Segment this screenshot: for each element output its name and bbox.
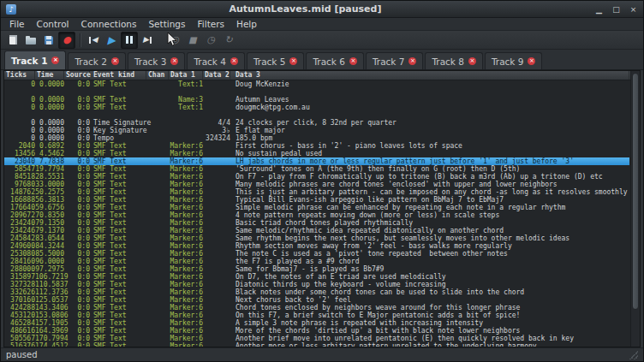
tab-track-6[interactable]: Track 6 × [306,52,364,69]
maximize-button[interactable]: □ [611,4,621,15]
column-header[interactable]: Data 3 [230,71,629,80]
tab-close-icon[interactable]: × [408,57,416,65]
tab-close-icon[interactable]: × [349,57,357,65]
event-row[interactable]: 245842 83.0544 0:0 SMF Text Marker:6 Sam… [4,234,629,242]
column-header[interactable]: Source [64,71,90,80]
menu-file[interactable]: File [3,18,31,31]
minimize-button[interactable]: ▁ [594,4,604,15]
new-file-button[interactable] [4,32,21,49]
loop-button[interactable]: ↻ [220,32,237,49]
event-row[interactable]: 176640 59.6756 0:0 SMF Text Marker:6 Sim… [4,204,629,211]
tab-close-icon[interactable]: × [528,57,535,65]
event-row[interactable]: 424288 143.3406 0:0 SMF Text Marker:6 Ch… [4,304,629,312]
menu-connections[interactable]: Connections [75,18,143,31]
event-row[interactable]: 23040 7.7838 0:0 SMF Text Marker:6 LH ja… [4,157,629,165]
skip-forward-button[interactable]: ▶ [139,32,156,49]
cell-event-kind: SMF Text [90,250,146,258]
tab-track-7[interactable]: Track 7 × [366,52,424,69]
scrollbar-thumb[interactable] [632,73,639,310]
menu-settings[interactable]: Settings [142,18,191,31]
close-button[interactable]: × [629,4,638,15]
column-header[interactable]: Time [35,71,64,80]
tab-track-3[interactable]: Track 3 × [128,52,186,69]
event-row[interactable]: 13456 4.5462 0:0 SMF Text Marker:6 No su… [4,150,629,157]
event-row[interactable]: 486616 164.3969 0:0 SMF Text Marker:6 Mo… [4,327,629,335]
event-row[interactable]: 0 0.0000 0:0 Time Signature 4/4 24 clock… [4,119,629,127]
vertical-scrollbar[interactable] [630,71,640,347]
event-row[interactable]: 0 0.0000 0:0 Key Signature 3♭ E flat maj… [4,127,629,134]
event-row[interactable]: 58547 19.7794 0:0 SMF Text Marker:6 'Sur… [4,165,629,173]
tab-track-1[interactable]: Track 1 × [4,50,66,69]
event-row[interactable]: 505567 170.7994 0:0 SMF Text Marker:6 An… [4,335,629,342]
record-arm-button[interactable]: ● [58,32,75,49]
event-row[interactable]: 166888 56.3813 0:0 SMF Text Marker:6 Typ… [4,196,629,204]
event-row[interactable]: 453120 153.0806 0:0 SMF Text Marker:6 On… [4,312,629,319]
skip-backward-button[interactable]: ◀ [85,32,102,49]
tab-close-icon[interactable]: × [468,57,476,65]
column-header[interactable]: Event kind [90,71,146,80]
play-button[interactable]: ▶ [103,32,120,49]
tab-close-icon[interactable]: × [230,57,238,65]
event-row[interactable]: 288000 97.2975 0:0 SMF Text Marker:6 Sam… [4,265,629,273]
event-row[interactable] [4,88,629,96]
cell-data1: Marker:6 [169,196,203,204]
menu-filters[interactable]: Filters [192,18,230,31]
tab-close-icon[interactable]: × [170,57,178,65]
pause-button[interactable] [121,32,138,49]
cell-source: 0:0 [64,165,90,173]
column-header[interactable]: Ticks [4,71,35,80]
event-row[interactable]: 284160 96.0000 0:0 SMF Text Marker:6 the… [4,258,629,265]
tab-label: Track 1 [11,56,47,66]
resize-grip[interactable] [629,351,638,359]
event-row[interactable]: 0 0.0000 0:0 SMF Text Text:1 Doug McKenz… [4,80,629,88]
event-row[interactable]: 84518 28.5531 0:0 SMF Text Marker:6 On F… [4,173,629,181]
cell-data1: Marker:6 [169,296,203,304]
event-row[interactable]: 148762 50.2575 0:0 SMF Text Marker:6 Thi… [4,188,629,196]
toolbar-icon [126,36,133,44]
cell-data1: Marker:6 [169,312,203,319]
menu-control[interactable]: Control [31,18,75,31]
event-row[interactable]: 209672 70.8350 0:0 SMF Text Marker:6 4 n… [4,211,629,219]
event-row[interactable]: 253080 85.5000 0:0 SMF Text Marker:6 The… [4,250,629,258]
open-file-button[interactable] [22,32,39,49]
column-header[interactable]: Chan [146,71,169,80]
column-header[interactable]: Data 2 [203,71,230,80]
cell-data2: 324324 [203,134,230,142]
menu-help[interactable]: Help [230,18,263,31]
event-row[interactable]: 465284 157.1905 0:0 SMF Text Marker:6 A … [4,319,629,327]
event-row[interactable] [4,111,629,119]
stop-button[interactable]: ■ [184,32,201,49]
menu-bar: File Control Connections Settings Filter… [1,18,643,31]
cell-data1: Marker:6 [169,335,203,342]
cell-source: 0:0 [64,312,90,319]
event-row[interactable]: 97680 33.0000 0:0 SMF Text Marker:6 Many… [4,181,629,188]
tab-track-2[interactable]: Track 2 × [68,52,126,69]
tab-close-icon[interactable]: × [289,57,297,65]
title-bar: ♪ AutumnLeaves.mid [paused] ▁ □ × [1,1,643,18]
event-row[interactable]: 2040 0.6892 0:0 SMF Text Marker:6 First … [4,142,629,150]
event-row[interactable]: 0 0.0000 0:0 SMF Text Text:1 dougmck@tpg… [4,104,629,111]
event-row[interactable]: 332626 112.3736 0:0 SMF Text Marker:6 Bl… [4,288,629,296]
event-row[interactable]: 370160 125.0537 0:0 SMF Text Marker:6 Ne… [4,296,629,304]
cell-source: 0:0 [64,181,90,188]
tab-track-8[interactable]: Track 8 × [425,52,483,69]
tab-close-icon[interactable]: × [51,56,59,64]
event-row[interactable]: 249600 84.3244 0:0 SMF Text Marker:6 Rhy… [4,242,629,250]
save-file-button[interactable] [40,32,57,49]
record-button[interactable]: ◎ [166,32,183,49]
event-row[interactable]: 0 0.0000 0:0 Tempo 324324 185.0 bpm [4,134,629,142]
tab-track-9[interactable]: Track 9 × [485,52,543,69]
event-row[interactable]: 234240 79.1350 0:0 SMF Text Marker:6 Bas… [4,219,629,227]
tab-track-4[interactable]: Track 4 × [187,52,245,69]
column-header[interactable]: Data 1 [169,71,203,80]
event-row[interactable]: 315897 106.7219 0:0 SMF Text Marker:6 On… [4,273,629,281]
cell-time: 28.5531 [35,173,64,181]
event-row[interactable]: 327328 110.5837 0:0 SMF Text Marker:6 Di… [4,281,629,288]
tab-close-icon[interactable]: × [111,57,119,65]
event-row[interactable]: 0 0.0000 0:0 SMF Text Name:3 Autumn Leav… [4,96,629,104]
event-row[interactable]: 234246 79.1370 0:0 SMF Text Marker:6 Sam… [4,227,629,234]
tab-track-5[interactable]: Track 5 × [247,52,305,69]
cell-source: 0:0 [64,173,90,181]
event-row[interactable]: 516376 174.4512 0:0 SMF Text Marker:6 An… [4,342,629,347]
timer-button[interactable]: ◷ [202,32,219,49]
